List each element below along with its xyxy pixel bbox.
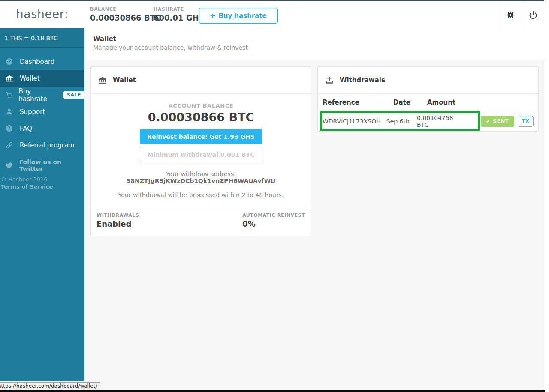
check-icon: ✔: [486, 118, 491, 124]
browser-status-bar: https://hasheer.com/dashboard/wallet/: [0, 382, 100, 390]
column-header-reference: Reference: [323, 99, 393, 106]
bank-icon: [98, 75, 107, 85]
auto-reinvest-label: AUTOMATIC REINVEST: [242, 212, 305, 218]
wallet-card-header: Wallet: [91, 67, 311, 94]
sidebar-menu: Dashboard Wallet: [0, 53, 84, 153]
twitter-icon: [5, 162, 19, 169]
hashrate-label: HASHRATE: [154, 6, 205, 12]
balance-value: 0.00030866 BTC: [90, 13, 161, 22]
withdrawals-card-title: Withdrawals: [340, 76, 385, 84]
logo[interactable]: hasheer:: [0, 1, 84, 28]
withdrawal-date: Sep 6th: [386, 118, 417, 125]
column-header-date: Date: [393, 99, 427, 106]
wallet-card-footer: WITHDRAWALS Enabled AUTOMATIC REINVEST 0…: [91, 207, 311, 236]
hashrate-stat: HASHRATE 600.01 GHS: [154, 6, 205, 22]
sidebar-footer: © Hasheer 2016 Terms of Service: [0, 176, 84, 190]
cart-icon: [5, 91, 18, 99]
withdrawal-reference: WDRVICJ1L73XSOH: [323, 118, 386, 125]
balance-label: BALANCE: [90, 6, 161, 12]
chain-link-icon: [5, 141, 20, 150]
terms-of-service-link[interactable]: Terms of Service: [1, 183, 84, 190]
power-icon: [529, 11, 537, 19]
sidebar: 1 THS = 0.18 BTC Dashboard: [0, 28, 84, 381]
sent-status-label: SENT: [493, 118, 509, 124]
page-title: Wallet: [93, 35, 536, 43]
status-url: https://hasheer.com/dashboard/wallet/: [0, 383, 97, 390]
minimum-withdrawal-button[interactable]: Minimum withdrawal 0.001 BTC: [140, 147, 262, 162]
logout-button[interactable]: [522, 1, 544, 28]
auto-reinvest-value: 0%: [242, 219, 305, 228]
bank-icon: [5, 74, 20, 83]
main-content: Wallet Manage your account balance, with…: [84, 28, 544, 381]
withdraw-address-value: 38NZTJgR5jKWzDCb1Qk1vnZPH6WAUAvfWU: [127, 177, 276, 184]
settings-button[interactable]: [499, 1, 522, 28]
sidebar-item-faq[interactable]: ? FAQ: [0, 120, 84, 137]
twitter-label: Follow us on Twitter: [19, 159, 84, 172]
processing-note: Your withdrawal will be processed within…: [91, 192, 311, 207]
svg-text:?: ?: [8, 126, 11, 131]
account-balance-label: ACCOUNT BALANCE: [91, 102, 311, 109]
wallet-card: Wallet ACCOUNT BALANCE 0.00030866 BTC Re…: [90, 66, 311, 236]
sent-status-badge: ✔SENT: [481, 116, 514, 127]
sidebar-item-referral-program[interactable]: Referral program: [0, 137, 84, 153]
ths-rate-banner: 1 THS = 0.18 BTC: [0, 28, 84, 48]
withdrawals-table: Reference Date Amount WDRVICJ1L73XSOH Se…: [318, 94, 538, 131]
page-subtitle: Manage your account balance, withdraw & …: [93, 44, 536, 51]
wallet-card-title: Wallet: [113, 76, 136, 84]
withdrawals-status-label: WITHDRAWALS: [97, 212, 139, 218]
wallet-card-body: ACCOUNT BALANCE 0.00030866 BTC Reinvest …: [91, 94, 311, 207]
gauge-icon: [5, 57, 20, 66]
withdrawals-card-header: Withdrawals: [318, 67, 538, 94]
sidebar-item-label: Wallet: [20, 75, 40, 82]
page-header: Wallet Manage your account balance, with…: [84, 28, 544, 60]
auto-reinvest-block: AUTOMATIC REINVEST 0%: [242, 212, 305, 228]
top-header: hasheer: BALANCE 0.00030866 BTC HASHRATE…: [0, 1, 544, 28]
buy-hashrate-button[interactable]: +Buy hashrate: [199, 8, 278, 24]
sale-badge: SALE: [63, 91, 84, 99]
column-header-amount: Amount: [427, 99, 534, 106]
sidebar-item-buy-hashrate[interactable]: Buy hashrate SALE: [0, 87, 84, 103]
user-icon: [5, 108, 20, 116]
gear-icon: [506, 11, 515, 19]
balance-stat: BALANCE 0.00030866 BTC: [90, 6, 161, 22]
withdrawals-table-header: Reference Date Amount: [318, 94, 538, 111]
withdrawals-status-value: Enabled: [97, 219, 139, 228]
sidebar-item-wallet[interactable]: Wallet: [0, 70, 84, 87]
withdrawal-amount: 0.00104758 BTC: [417, 114, 462, 128]
app-window: hasheer: BALANCE 0.00030866 BTC HASHRATE…: [0, 0, 544, 392]
sidebar-item-label: Buy hashrate: [18, 87, 58, 103]
sidebar-item-label: FAQ: [20, 125, 32, 132]
sidebar-item-support[interactable]: Support: [0, 103, 84, 120]
sidebar-item-label: Dashboard: [20, 58, 54, 66]
sidebar-item-dashboard[interactable]: Dashboard: [0, 53, 84, 70]
question-circle-icon: ?: [5, 124, 20, 132]
twitter-link[interactable]: Follow us on Twitter: [0, 159, 84, 172]
withdrawals-card: Withdrawals Reference Date Amount WDRVIC…: [317, 66, 539, 132]
withdrawals-status-block: WITHDRAWALS Enabled: [97, 212, 139, 228]
sidebar-item-label: Support: [20, 108, 45, 116]
withdrawal-table-row: WDRVICJ1L73XSOH Sep 6th 0.00104758 BTC ✔…: [318, 111, 538, 131]
sidebar-item-label: Referral program: [20, 141, 75, 149]
account-balance-value: 0.00030866 BTC: [91, 111, 311, 124]
window-bottom-edge: [0, 390, 545, 392]
copyright-text: © Hasheer 2016: [1, 176, 84, 183]
hashrate-value: 600.01 GHS: [154, 13, 205, 22]
upload-icon: [325, 75, 334, 85]
buy-hashrate-label: Buy hashrate: [218, 12, 266, 20]
plus-icon: +: [210, 12, 215, 20]
reinvest-balance-button[interactable]: Reinvest balance: Get 1.93 GHS: [140, 129, 262, 144]
tx-link-button[interactable]: TX: [518, 116, 534, 127]
withdraw-address-line: Your withdraw address: 38NZTJgR5jKWzDCb1…: [91, 171, 311, 184]
withdraw-address-label: Your withdraw address:: [166, 171, 236, 177]
